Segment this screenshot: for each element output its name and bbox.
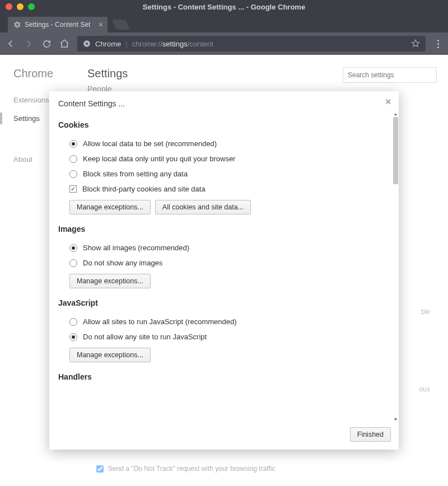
dnt-row: Send a "Do Not Track" request with your … (96, 465, 275, 473)
dialog-scrollbar[interactable]: ▴ ▾ (392, 116, 399, 422)
images-option-show-all[interactable]: Show all images (recommended) (58, 240, 398, 255)
images-option-block[interactable]: Do not show any images (58, 255, 398, 270)
background-text: ous (419, 385, 430, 393)
dnt-label: Send a "Do Not Track" request with your … (108, 465, 275, 473)
section-images: Images Show all images (recommended) Do … (58, 225, 398, 292)
search-settings-input[interactable] (343, 67, 437, 83)
cookies-manage-exceptions-button[interactable]: Manage exceptions... (69, 200, 151, 214)
section-heading: Images (58, 225, 398, 233)
sidebar-title: Chrome (13, 67, 84, 80)
option-label: Do not show any images (83, 259, 162, 267)
option-label: Do not allow any site to run JavaScript (83, 333, 207, 341)
maximize-window-button[interactable] (28, 3, 35, 10)
cookies-block-third-party[interactable]: Block third-party cookies and site data (58, 181, 398, 197)
svg-point-1 (86, 43, 88, 45)
cookies-option-keep-until-quit[interactable]: Keep local data only until you quit your… (58, 151, 398, 166)
omnibox-separator: | (125, 40, 127, 48)
cookies-option-block-all[interactable]: Block sites from setting any data (58, 166, 398, 181)
dialog-footer: Finished (49, 422, 399, 450)
chrome-icon (83, 40, 91, 48)
javascript-manage-exceptions-button[interactable]: Manage exceptions... (69, 348, 151, 362)
gear-icon (13, 21, 21, 29)
settings-page: Chrome Extensions Settings About Setting… (0, 55, 448, 486)
browser-menu-button[interactable] (433, 40, 442, 48)
section-javascript: JavaScript Allow all sites to run JavaSc… (58, 298, 398, 366)
back-button[interactable] (6, 39, 16, 49)
section-heading: JavaScript (58, 298, 398, 307)
home-button[interactable] (59, 39, 69, 49)
dnt-checkbox[interactable] (96, 465, 104, 473)
finished-button[interactable]: Finished (350, 427, 391, 442)
radio-icon (69, 333, 77, 341)
section-heading: Handlers (58, 372, 398, 381)
checkbox-icon (69, 185, 77, 193)
scroll-down-icon[interactable]: ▾ (392, 416, 399, 422)
cookies-all-data-button[interactable]: All cookies and site data... (155, 200, 251, 214)
section-cookies: Cookies Allow local data to be set (reco… (58, 120, 398, 218)
browser-toolbar: Chrome | chrome://settings/content (0, 32, 448, 55)
forward-button[interactable] (24, 39, 34, 49)
dialog-close-button[interactable]: ✕ (385, 97, 392, 107)
scroll-thumb[interactable] (393, 117, 398, 184)
javascript-option-block[interactable]: Do not allow any site to run JavaScript (58, 329, 398, 344)
address-bar[interactable]: Chrome | chrome://settings/content (77, 36, 426, 52)
reload-button[interactable] (41, 39, 52, 49)
content-settings-dialog: Content Settings ... ✕ Cookies Allow loc… (49, 91, 399, 450)
radio-icon (69, 170, 77, 178)
tab-strip: Settings - Content Set × (0, 13, 448, 32)
radio-icon (69, 259, 77, 267)
close-window-button[interactable] (6, 3, 12, 10)
option-label: Block sites from setting any data (83, 170, 188, 178)
radio-icon (69, 140, 77, 148)
window-title: Settings - Content Settings ... - Google… (143, 3, 305, 11)
background-text: ble (421, 308, 430, 316)
section-handlers: Handlers (58, 372, 398, 381)
option-label: Block third-party cookies and site data (82, 185, 206, 193)
images-manage-exceptions-button[interactable]: Manage exceptions... (69, 274, 151, 288)
omnibox-url: chrome://settings/content (132, 40, 213, 48)
close-tab-button[interactable]: × (99, 21, 103, 29)
cookies-option-allow[interactable]: Allow local data to be set (recommended) (58, 136, 398, 151)
window-controls (6, 3, 35, 10)
minimize-window-button[interactable] (17, 3, 24, 10)
bookmark-star-icon[interactable] (411, 39, 420, 48)
option-label: Allow all sites to run JavaScript (recom… (83, 317, 237, 326)
new-tab-button[interactable] (112, 20, 129, 30)
section-heading: Cookies (58, 120, 398, 129)
dialog-title: Content Settings ... (49, 91, 399, 114)
radio-icon (69, 244, 77, 252)
window-titlebar: Settings - Content Settings ... - Google… (0, 0, 448, 13)
option-label: Allow local data to be set (recommended) (83, 139, 217, 148)
dialog-body: Cookies Allow local data to be set (reco… (49, 114, 399, 422)
tab-label: Settings - Content Set (25, 21, 90, 29)
radio-icon (69, 318, 77, 326)
option-label: Keep local data only until you quit your… (83, 155, 235, 163)
browser-tab[interactable]: Settings - Content Set × (8, 17, 108, 32)
radio-icon (69, 155, 77, 163)
javascript-option-allow[interactable]: Allow all sites to run JavaScript (recom… (58, 314, 398, 329)
option-label: Show all images (recommended) (83, 244, 189, 252)
omnibox-origin-label: Chrome (95, 40, 121, 48)
